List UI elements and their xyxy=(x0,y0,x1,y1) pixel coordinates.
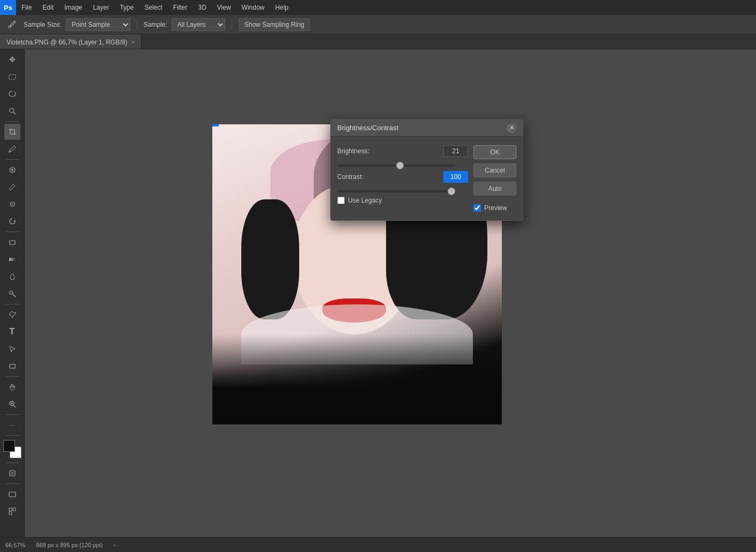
dodge-tool-button[interactable] xyxy=(4,286,20,302)
menu-layer[interactable]: Layer xyxy=(87,0,114,15)
blur-tool-button[interactable] xyxy=(4,268,20,285)
svg-rect-22 xyxy=(9,508,12,511)
sample-size-dropdown[interactable]: Point Sample xyxy=(66,18,130,31)
tab-close-button[interactable]: × xyxy=(131,39,135,45)
healing-tool-button[interactable] xyxy=(4,162,20,178)
quick-mask-button[interactable] xyxy=(4,465,20,481)
foreground-color-swatch[interactable] xyxy=(3,440,15,452)
brightness-slider-track[interactable] xyxy=(337,165,455,167)
contrast-input[interactable] xyxy=(443,171,468,183)
menu-type[interactable]: Type xyxy=(114,0,139,15)
brush-tool-button[interactable] xyxy=(4,179,20,195)
menu-filter[interactable]: Filter xyxy=(168,0,193,15)
hand-tool-button[interactable] xyxy=(4,379,20,395)
menu-select[interactable]: Select xyxy=(139,0,167,15)
svg-point-12 xyxy=(10,291,13,294)
path-select-button[interactable] xyxy=(4,341,20,357)
status-arrow[interactable]: › xyxy=(113,542,115,548)
toolbar: ✥ xyxy=(0,49,25,537)
quick-select-tool-button[interactable] xyxy=(4,103,20,119)
svg-point-2 xyxy=(10,108,14,113)
brightness-slider-container xyxy=(337,165,468,167)
gradient-tool-button[interactable] xyxy=(4,251,20,267)
menu-help[interactable]: Help xyxy=(270,0,294,15)
contrast-label: Contrast: xyxy=(337,173,380,181)
cancel-button[interactable]: Cancel xyxy=(473,163,516,177)
use-legacy-checkbox[interactable] xyxy=(337,197,345,204)
artboard-tool-button[interactable] xyxy=(4,503,20,519)
sample-label: Sample: xyxy=(144,21,167,28)
ok-button[interactable]: OK xyxy=(473,145,516,159)
svg-rect-23 xyxy=(13,508,16,511)
contrast-slider-thumb[interactable] xyxy=(448,188,455,195)
dialog-buttons: OK Cancel Auto Preview xyxy=(473,145,516,212)
svg-line-16 xyxy=(13,406,16,408)
document-tab[interactable]: Violetcha.PNG @ 66,7% (Layer 1, RGB/8) × xyxy=(0,35,142,49)
auto-button[interactable]: Auto xyxy=(473,182,516,196)
menu-3d[interactable]: 3D xyxy=(192,0,211,15)
image-dimensions: 869 px x 895 px (120 ppi) xyxy=(36,542,102,548)
more-tools-button[interactable]: ··· xyxy=(4,417,20,433)
bottom-dark xyxy=(212,334,502,424)
shape-tool-button[interactable] xyxy=(4,358,20,374)
contrast-slider-track[interactable] xyxy=(337,190,455,192)
show-sampling-ring-button[interactable]: Show Sampling Ring xyxy=(239,18,310,31)
eyedropper-tool-button[interactable] xyxy=(4,141,20,157)
brightness-contrast-dialog: Brightness/Contrast ✕ Brightness: xyxy=(330,119,523,221)
eyedropper-icon xyxy=(4,17,19,32)
svg-point-0 xyxy=(9,26,11,28)
menu-file[interactable]: File xyxy=(16,0,37,15)
change-screen-mode-button[interactable] xyxy=(4,486,20,502)
tab-bar: Violetcha.PNG @ 66,7% (Layer 1, RGB/8) × xyxy=(0,34,756,49)
options-separator-2 xyxy=(232,19,232,30)
lasso-tool-button[interactable] xyxy=(4,86,20,102)
eraser-tool-button[interactable] xyxy=(4,234,20,250)
menu-window[interactable]: Window xyxy=(236,0,270,15)
dialog-close-button[interactable]: ✕ xyxy=(507,123,516,133)
svg-line-13 xyxy=(13,294,16,297)
svg-rect-20 xyxy=(11,472,14,475)
tool-separator-3 xyxy=(6,232,19,232)
brightness-slider-thumb[interactable] xyxy=(396,162,404,169)
tool-separator-8 xyxy=(6,463,19,463)
menu-edit[interactable]: Edit xyxy=(37,0,59,15)
tool-separator-1 xyxy=(6,121,19,122)
main-area: ✥ xyxy=(0,49,756,537)
brightness-input[interactable] xyxy=(443,145,468,157)
tab-filename: Violetcha.PNG @ 66,7% (Layer 1, RGB/8) xyxy=(6,39,127,46)
menu-image[interactable]: Image xyxy=(59,0,87,15)
hair-left xyxy=(241,199,299,319)
text-tool-button[interactable]: T xyxy=(4,324,20,340)
dialog-header: Brightness/Contrast ✕ xyxy=(331,120,523,137)
tool-separator-6 xyxy=(6,414,19,415)
use-legacy-row: Use Legacy xyxy=(337,197,468,204)
svg-rect-10 xyxy=(10,241,15,244)
menu-bar: Ps File Edit Image Layer Type Select Fil… xyxy=(0,0,756,15)
sample-layers-dropdown[interactable]: All Layers xyxy=(172,18,225,31)
clone-tool-button[interactable] xyxy=(4,196,20,212)
zoom-tool-button[interactable] xyxy=(4,396,20,412)
svg-point-4 xyxy=(9,151,10,153)
preview-checkbox[interactable] xyxy=(473,204,481,212)
svg-rect-24 xyxy=(9,512,12,514)
color-swatches[interactable] xyxy=(3,440,21,458)
tool-separator-7 xyxy=(6,435,19,436)
svg-line-3 xyxy=(13,113,16,115)
move-tool-button[interactable]: ✥ xyxy=(4,51,20,68)
pen-tool-button[interactable] xyxy=(4,307,20,323)
zoom-level: 66,67% xyxy=(5,542,25,548)
sample-size-label: Sample Size: xyxy=(24,21,62,28)
preview-label: Preview xyxy=(484,204,507,212)
menu-view[interactable]: View xyxy=(212,0,236,15)
tool-separator-4 xyxy=(6,304,19,304)
svg-rect-1 xyxy=(9,74,16,79)
options-separator-1 xyxy=(137,19,137,30)
svg-rect-14 xyxy=(10,364,15,368)
marquee-tool-button[interactable] xyxy=(4,69,20,85)
brightness-label: Brightness: xyxy=(337,147,380,155)
tool-separator-9 xyxy=(6,483,19,484)
dialog-body: Brightness: Contrast: xyxy=(331,137,523,220)
history-brush-button[interactable] xyxy=(4,213,20,229)
blue-strip xyxy=(212,124,219,126)
crop-tool-button[interactable] xyxy=(4,124,20,140)
